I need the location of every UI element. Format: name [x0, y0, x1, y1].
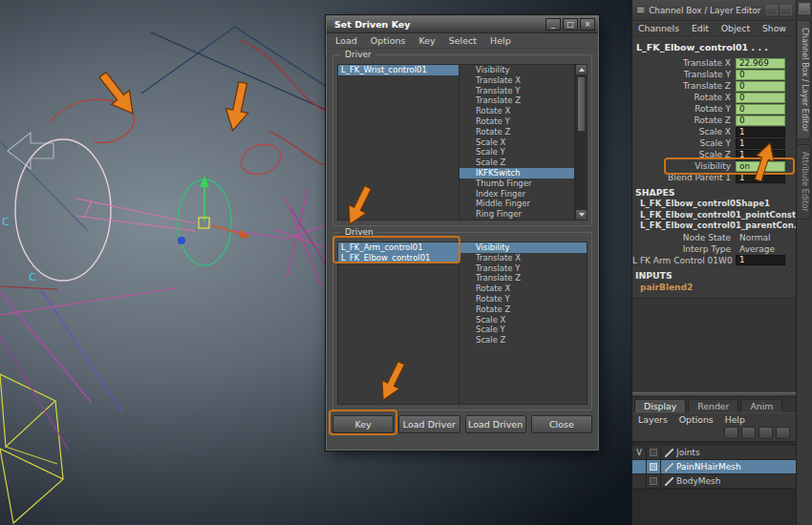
shape-attr-value: Average: [736, 244, 775, 254]
channel-box-menu-channels[interactable]: Channels: [638, 23, 679, 33]
driver-attribute-scale-x[interactable]: Scale X: [459, 137, 574, 148]
driver-attribute-middle-finger[interactable]: Middle Finger: [459, 199, 574, 209]
driver-attributes-list[interactable]: VisibilityTranslate XTranslate YTranslat…: [459, 64, 575, 220]
driver-attribute-scale-z[interactable]: Scale Z: [459, 158, 574, 168]
close-icon[interactable]: ×: [580, 18, 595, 31]
dialog-menu-options[interactable]: Options: [364, 34, 413, 47]
dialog-titlebar[interactable]: Set Driven Key _ □ ×: [327, 16, 598, 33]
scroll-down-icon[interactable]: [576, 209, 587, 220]
channel-value-field[interactable]: 0: [736, 81, 785, 92]
layer-menu-options[interactable]: Options: [679, 414, 714, 425]
channel-box-menu-show[interactable]: Show: [762, 23, 786, 33]
driven-attribute-scale-y[interactable]: Scale Y: [459, 325, 587, 335]
layer-visibility-toggle[interactable]: [632, 474, 647, 488]
layer-editor-tab-display[interactable]: Display: [634, 399, 686, 412]
channel-row-scale-x: Scale X1: [632, 126, 796, 137]
hamburger-menu-icon[interactable]: ≡: [636, 4, 645, 16]
wrist-control-circle[interactable]: [15, 139, 111, 281]
driven-attribute-rotate-x[interactable]: Rotate X: [459, 284, 587, 294]
lock-icon[interactable]: [780, 5, 792, 15]
layer-editor-tab-anim[interactable]: Anim: [740, 399, 782, 412]
driven-attribute-rotate-z[interactable]: Rotate Z: [459, 304, 587, 315]
layer-display-type-cell[interactable]: [647, 446, 661, 459]
layer-display-type-cell[interactable]: [647, 474, 661, 488]
driver-attribute-rotate-z[interactable]: Rotate Z: [459, 127, 574, 137]
move-layer-up-icon[interactable]: [724, 427, 738, 439]
channel-label: Rotate Z: [632, 116, 736, 125]
dialog-button-load-driven[interactable]: Load Driven: [465, 415, 526, 433]
channel-box-panel: ≡ Channel Box / Layer Editor ChannelsEdi…: [631, 0, 796, 525]
channel-value-field[interactable]: 0: [736, 104, 785, 115]
magenta-bottom-lines: [0, 286, 176, 451]
driven-attribute-visibility[interactable]: Visibility: [459, 242, 587, 253]
layer-row-bodymesh[interactable]: BodyMesh: [632, 474, 796, 489]
dialog-menu-load[interactable]: Load: [329, 34, 364, 47]
scrollbar-thumb[interactable]: [577, 76, 586, 132]
driver-attribute-index-finger[interactable]: Index Finger: [459, 189, 574, 200]
layer-row-joints[interactable]: VJoints: [632, 446, 796, 460]
layer-menu-layers[interactable]: Layers: [638, 414, 668, 425]
driven-attributes-list[interactable]: VisibilityTranslate XTranslate YTranslat…: [459, 242, 588, 405]
scroll-up-icon[interactable]: [576, 65, 587, 75]
dialog-button-close[interactable]: Close: [531, 415, 592, 433]
driven-attribute-scale-x[interactable]: Scale X: [459, 315, 587, 326]
maximize-icon[interactable]: □: [563, 18, 578, 31]
channel-value-field[interactable]: 0: [736, 93, 785, 103]
driver-attribute-translate-x[interactable]: Translate X: [459, 75, 574, 86]
side-tab-channel-box-layer-editor[interactable]: Channel Box / Layer Editor: [798, 20, 811, 139]
channel-box-menu-edit[interactable]: Edit: [692, 23, 709, 33]
channel-value-field[interactable]: 0: [736, 116, 785, 126]
driver-attributes-scrollbar[interactable]: [575, 64, 588, 220]
driver-attribute-ring-finger[interactable]: Ring Finger: [459, 209, 574, 220]
shape-node-0[interactable]: L_FK_Elbow_control0Shape1: [632, 199, 796, 210]
driver-attribute-thumb-finger[interactable]: Thumb Finger: [459, 178, 574, 189]
side-tab-attribute-editor[interactable]: Attribute Editor: [798, 144, 811, 220]
layer-menu-help[interactable]: Help: [725, 414, 745, 425]
dialog-menu-key[interactable]: Key: [412, 34, 441, 47]
driven-attribute-rotate-y[interactable]: Rotate Y: [459, 294, 587, 304]
channel-row-translate-x: Translate X22.969: [632, 57, 796, 69]
driver-attribute-rotate-x[interactable]: Rotate X: [459, 106, 574, 116]
driven-attribute-translate-x[interactable]: Translate X: [459, 253, 587, 263]
layer-visibility-toggle[interactable]: V: [632, 446, 647, 459]
driver-attribute-rotate-y[interactable]: Rotate Y: [459, 116, 574, 127]
dialog-menu-select[interactable]: Select: [442, 34, 483, 47]
move-layer-down-icon[interactable]: [741, 427, 756, 439]
driven-attribute-translate-z[interactable]: Translate Z: [459, 273, 587, 284]
driver-attribute-ikfkswitch[interactable]: IKFKSwitch: [459, 168, 574, 178]
channel-box-menu-object[interactable]: Object: [721, 23, 750, 33]
shape-attr-value[interactable]: 1: [736, 255, 785, 265]
layer-editor-tab-render[interactable]: Render: [688, 399, 738, 412]
layer-type-icon: [665, 449, 673, 457]
minimize-icon[interactable]: _: [545, 18, 561, 31]
driver-objects-list[interactable]: L_FK_Wrist_control01: [337, 64, 459, 220]
channel-value-field[interactable]: 1: [736, 127, 785, 137]
driver-attribute-pinky-finger[interactable]: Pinky Finger: [459, 220, 574, 220]
input-node-pairblend2[interactable]: pairBlend2: [632, 282, 796, 293]
create-layer-from-selected-icon[interactable]: [776, 427, 790, 439]
layer-display-type-cell[interactable]: [647, 460, 661, 473]
shape-node-2[interactable]: L_FK_Elbow_control01_parentCon...: [632, 220, 796, 232]
create-empty-layer-icon[interactable]: [759, 427, 773, 439]
driver-attribute-translate-y[interactable]: Translate Y: [459, 86, 574, 96]
driver-object-l-fk-wrist-control01[interactable]: L_FK_Wrist_control01: [338, 65, 459, 75]
driven-attribute-translate-y[interactable]: Translate Y: [459, 263, 587, 274]
grid-icon[interactable]: [799, 3, 810, 14]
selected-object-name[interactable]: L_FK_Elbow_control01 . . .: [632, 42, 796, 54]
channel-value-field[interactable]: 0: [736, 70, 785, 80]
driver-attribute-visibility[interactable]: Visibility: [459, 65, 574, 75]
shape-node-1[interactable]: L_FK_Elbow_control01_pointConst...: [632, 210, 796, 221]
driver-attribute-scale-y[interactable]: Scale Y: [459, 147, 574, 158]
dialog-button-load-driver[interactable]: Load Driver: [398, 415, 459, 433]
dialog-menu-help[interactable]: Help: [483, 34, 518, 47]
layer-color-swatch: [650, 463, 657, 471]
layer-row-painnhairmesh[interactable]: PainNHairMesh: [632, 460, 796, 474]
driven-objects-list[interactable]: L_FK_Arm_control01L_FK_Elbow_control01: [337, 242, 459, 405]
layer-visibility-toggle[interactable]: [632, 460, 647, 473]
pin-icon[interactable]: [766, 5, 778, 15]
channel-value-field[interactable]: 1: [736, 138, 785, 149]
channel-value-field[interactable]: 22.969: [736, 58, 785, 69]
driven-attribute-scale-z[interactable]: Scale Z: [459, 335, 587, 346]
move-manipulator[interactable]: [178, 176, 250, 244]
driver-attribute-translate-z[interactable]: Translate Z: [459, 95, 574, 106]
